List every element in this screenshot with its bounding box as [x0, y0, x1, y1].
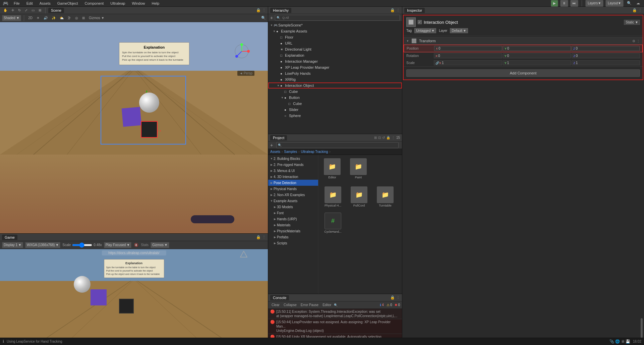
layers-dropdown[interactable]: Layers ▼	[585, 0, 603, 7]
hierarchy-lock-icon[interactable]: 🔒	[390, 8, 395, 12]
gizmos-dropdown-game[interactable]: Gizmos ▼	[151, 242, 169, 248]
project-icon-2[interactable]: ⊡	[378, 136, 381, 139]
proj-materials[interactable]: Materials	[268, 222, 318, 228]
tree-cube-2[interactable]: □ Cube	[268, 101, 402, 107]
layer-dropdown[interactable]: Default ▼	[450, 28, 468, 33]
inspector-lock-icon[interactable]: 🔒	[632, 8, 637, 12]
stats-btn[interactable]: Stats	[141, 243, 149, 247]
flares-btn[interactable]: ◎	[74, 15, 79, 20]
tree-url[interactable]: ● URL	[268, 40, 402, 46]
tree-lowpoly-hands[interactable]: ● LowPoly Hands	[268, 70, 402, 76]
proj-scripts[interactable]: Scripts	[268, 240, 318, 246]
proj-physical[interactable]: Physical Hands	[268, 186, 318, 192]
path-ultraleap[interactable]: Ultraleap Tracking	[301, 150, 328, 154]
draw-mode-dropdown[interactable]: Shaded ▼	[2, 15, 21, 21]
audio-btn[interactable]: 🔊	[42, 15, 49, 20]
file-turntable[interactable]: 📁 Turntable	[373, 185, 397, 209]
menu-ultraleap[interactable]: Ultraleap	[109, 1, 126, 5]
project-tab[interactable]: Project	[270, 135, 287, 140]
proj-prefabs[interactable]: Prefabs	[268, 234, 318, 240]
game-canvas[interactable]: https://docs.ultraleap.com/ultralab/ Exp…	[0, 249, 268, 338]
proj-pre-rigged[interactable]: 2. Pre-rigged Hands	[268, 162, 318, 168]
console-lock-icon[interactable]: 🔒	[390, 295, 395, 300]
scene-more-icon[interactable]: ⋮	[262, 8, 266, 12]
step-button[interactable]: ⏭	[570, 0, 578, 7]
object-name-field[interactable]: Interaction Object	[424, 20, 622, 25]
search-icon[interactable]: 🔍	[626, 1, 633, 5]
proj-3d[interactable]: 4. 3D Interaction	[268, 174, 318, 180]
tree-directional-light[interactable]: ☀ Directional Light	[268, 46, 402, 52]
play-focused-dropdown[interactable]: Play Focused ▼	[104, 242, 132, 248]
console-msg-1[interactable]: 🔴 [15:50:44] LeapProvider was not assign…	[268, 319, 402, 334]
scale-z-field[interactable]: Z 1	[572, 60, 640, 65]
pause-button[interactable]: ⏸	[560, 0, 568, 7]
console-msg-2[interactable]: 🔴 [15:50:44] Unity XR Management not ava…	[268, 334, 402, 338]
game-display-dropdown[interactable]: Display 1 ▼	[2, 242, 23, 248]
proj-hands-urp[interactable]: Hands (URP)	[268, 216, 318, 222]
scene-search-icon[interactable]: 🔍	[261, 16, 266, 20]
skybox-btn[interactable]: ⛅	[58, 15, 65, 20]
console-search-icon[interactable]: 🔍	[334, 303, 338, 307]
path-samples[interactable]: Samples	[284, 150, 297, 154]
proj-3dmodels[interactable]: 3D Models	[268, 204, 318, 210]
tag-dropdown[interactable]: Untagged ▼	[414, 28, 436, 33]
proj-non-xr[interactable]: 2. Non-XR Examples	[268, 192, 318, 198]
proj-example-assets[interactable]: Example Assets	[268, 198, 318, 204]
file-cyclehand[interactable]: # CycleHand...	[321, 211, 345, 235]
rotate-tool-btn[interactable]: ↻	[17, 8, 22, 13]
project-search-bar[interactable]: 🔍	[276, 142, 399, 148]
tree-xrrig[interactable]: ● XRRig	[268, 76, 402, 82]
static-dropdown[interactable]: Static ▼	[624, 20, 640, 25]
proj-physic-materials[interactable]: PhysicMaterials	[268, 228, 318, 234]
multi-tool-btn[interactable]: ⊞	[37, 8, 43, 13]
collab-icon[interactable]: ☁	[635, 1, 641, 5]
rotation-y-field[interactable]: Y 0	[503, 53, 571, 58]
position-y-field[interactable]: Y 0	[503, 46, 571, 51]
project-more-icon[interactable]: ⋮	[392, 136, 395, 139]
clear-btn[interactable]: Clear	[270, 303, 281, 307]
tree-interaction-object[interactable]: ● Interaction Object	[268, 82, 402, 89]
transform-header[interactable]: ▼ Transform ⚙ ⋮	[404, 37, 643, 45]
add-component-button[interactable]: Add Component	[406, 69, 640, 77]
hierarchy-tab[interactable]: Hierarchy	[270, 8, 291, 13]
tree-xp-leap[interactable]: ● XP Leap Provider Manager	[268, 64, 402, 70]
menu-gameobject[interactable]: GameObject	[56, 1, 79, 5]
tree-sphere[interactable]: ○ Sphere	[268, 113, 402, 119]
menu-edit[interactable]: Edit	[25, 1, 34, 5]
scale-y-field[interactable]: Y 1	[503, 60, 571, 65]
scene-cube-purple[interactable]	[122, 107, 142, 127]
scale-tool-btn[interactable]: ⤢	[23, 8, 29, 13]
menu-window[interactable]: Window	[130, 1, 146, 5]
position-x-field[interactable]: X 0	[434, 46, 502, 51]
console-msg-0[interactable]: 🔴 [15:50:11] Exception: System.Threading…	[268, 309, 402, 319]
tree-scene-root[interactable]: 🎮 SampleScene*	[268, 22, 402, 28]
transform-settings-icon[interactable]: ⚙	[632, 39, 635, 43]
tree-button[interactable]: ● Button	[268, 95, 402, 101]
mute-icon[interactable]: 🔇	[134, 243, 138, 247]
2d-btn[interactable]: 2D	[27, 15, 34, 20]
game-resolution-dropdown[interactable]: WXGA (1366x768) ▼	[25, 242, 60, 248]
tree-floor[interactable]: □ Floor	[268, 34, 402, 40]
menu-assets[interactable]: Assets	[38, 1, 52, 5]
proj-font[interactable]: Font	[268, 210, 318, 216]
tree-interaction-manager[interactable]: ● Interaction Manager	[268, 58, 402, 64]
editor-btn[interactable]: Editor	[321, 303, 333, 307]
scale-x-field[interactable]: 🔗 X 1	[434, 60, 502, 65]
file-paint[interactable]: 📁 Paint	[347, 157, 370, 180]
menu-file[interactable]: File	[12, 1, 21, 5]
file-editor[interactable]: 📁 Editor	[320, 157, 344, 180]
tree-example-assets[interactable]: ● Example Assets	[268, 28, 402, 34]
project-icon-3[interactable]: ↺	[382, 136, 385, 139]
grid-btn[interactable]: ⊞	[81, 15, 86, 20]
proj-building-blocks[interactable]: 2. Building Blocks	[268, 156, 318, 162]
lighting-btn[interactable]: ☀	[35, 15, 41, 20]
menu-component[interactable]: Component	[83, 1, 105, 5]
file-physical-h[interactable]: 📁 Physical H...	[321, 185, 345, 209]
project-icon-1[interactable]: ⊞	[374, 136, 377, 139]
tree-slider[interactable]: ● Slider	[268, 107, 402, 113]
scene-cube-black[interactable]	[141, 121, 158, 138]
inspector-more-icon[interactable]: ⋮	[638, 8, 642, 12]
menu-help[interactable]: Help	[151, 1, 161, 5]
console-more-icon[interactable]: ⋮	[396, 295, 400, 300]
hand-tool-btn[interactable]: ✋	[2, 8, 9, 13]
